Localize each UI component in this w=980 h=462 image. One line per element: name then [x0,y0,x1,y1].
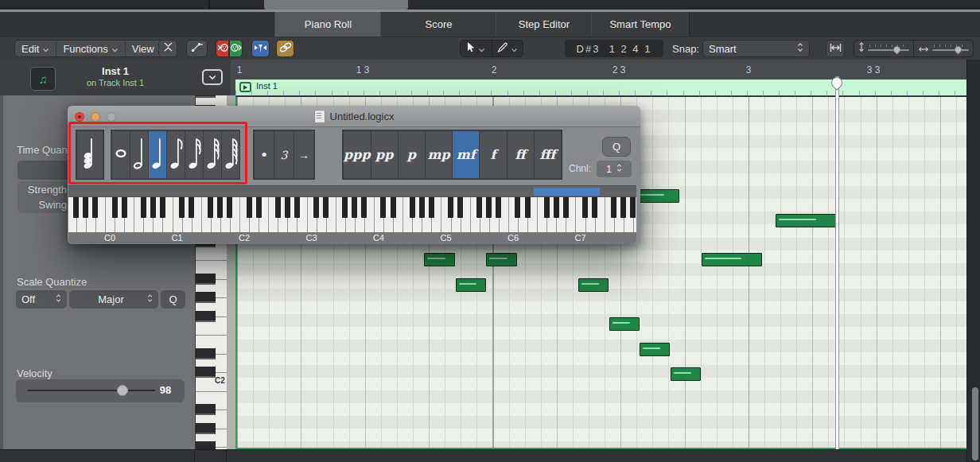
horizontal-scrollbar[interactable] [0,449,980,462]
black-key[interactable] [496,197,501,218]
tab-smart-tempo[interactable]: Smart Tempo [591,12,690,37]
midi-note[interactable] [776,214,837,227]
scale-root-select[interactable]: Off [16,290,67,309]
dynamic-p-button[interactable]: p [399,131,425,178]
zoom-button[interactable] [107,112,116,122]
black-key[interactable] [391,197,396,218]
horizontal-zoom-slider[interactable] [914,41,973,56]
black-key[interactable] [476,197,482,218]
midi-note[interactable] [640,343,670,356]
black-key[interactable] [313,197,319,218]
black-key[interactable] [448,197,453,218]
menu-functions[interactable]: Functions [56,41,125,56]
black-key[interactable] [150,197,156,218]
auto-fit-width-button[interactable] [826,40,845,57]
tab-piano-roll[interactable]: Piano Roll [274,12,382,37]
vertical-zoom-slider[interactable] [854,41,914,56]
black-key[interactable] [217,197,223,218]
triplet-button[interactable]: 3 [274,131,294,178]
black-key[interactable] [630,197,636,218]
black-key[interactable] [294,197,300,218]
link-button[interactable] [276,40,294,57]
vertical-scrollbar-thumb[interactable] [972,387,978,460]
black-key[interactable] [361,197,367,218]
black-key[interactable] [323,197,329,218]
black-key[interactable] [342,197,348,218]
black-key[interactable] [611,197,616,218]
black-key[interactable] [112,197,118,218]
dynamic-ppp-button[interactable]: ppp [344,131,371,178]
black-key[interactable] [380,197,386,218]
midi-note[interactable] [578,278,609,292]
piano-keyboard-horizontal[interactable] [68,197,636,232]
scale-quantize-apply-button[interactable]: Q [161,290,185,309]
black-key[interactable] [429,197,434,218]
black-key[interactable] [582,197,588,218]
black-key[interactable] [410,197,415,218]
velocity-slider[interactable]: 98 [16,379,185,402]
pointer-tool-button[interactable] [461,41,492,56]
black-key[interactable] [620,197,626,218]
black-key[interactable] [554,197,559,218]
black-key[interactable] [196,423,216,434]
menu-edit[interactable]: Edit [15,41,56,56]
midi-in-button[interactable] [216,40,229,57]
close-button[interactable] [75,112,84,122]
collapse-mode-button[interactable] [158,40,177,57]
black-key[interactable] [352,197,357,218]
black-key[interactable] [141,197,146,218]
black-key[interactable] [160,197,165,218]
black-key[interactable] [196,367,216,378]
black-key[interactable] [227,197,232,218]
black-key[interactable] [196,311,216,322]
black-key[interactable] [247,197,252,218]
black-key[interactable] [122,197,127,218]
midi-note[interactable] [702,253,762,266]
black-key[interactable] [196,348,216,359]
black-key[interactable] [275,197,281,218]
vertical-zoom-track[interactable] [868,45,909,52]
black-key[interactable] [544,197,550,218]
black-key[interactable] [419,197,425,218]
black-key[interactable] [285,197,290,218]
minimize-button[interactable] [91,112,100,122]
midi-note[interactable] [609,317,640,331]
dynamic-f-button[interactable]: f [480,131,506,178]
velocity-thumb[interactable] [117,385,128,396]
black-key[interactable] [196,274,216,285]
black-key[interactable] [73,197,79,218]
black-key[interactable] [196,292,216,303]
playhead-line[interactable] [836,77,838,449]
vertical-scrollbar[interactable] [966,60,980,462]
link-mode-button[interactable] [202,69,223,85]
black-key[interactable] [515,197,520,218]
black-key[interactable] [83,197,88,218]
velocity-track[interactable] [27,390,155,391]
quantize-button[interactable]: Q [602,137,631,157]
midi-out-button[interactable] [229,40,243,57]
scale-mode-select[interactable]: Major [69,290,158,309]
black-key[interactable] [563,197,569,218]
sustain-tie-button[interactable]: → [294,131,313,178]
black-key[interactable] [256,197,262,218]
channel-stepper[interactable]: 1 [597,161,632,177]
black-key[interactable] [592,197,597,218]
black-key[interactable] [486,197,492,218]
midi-draw-button[interactable] [186,40,208,57]
midi-note[interactable] [456,278,486,292]
black-key[interactable] [179,197,185,218]
midi-note[interactable] [486,253,517,266]
black-key[interactable] [525,197,531,218]
black-key[interactable] [189,197,194,218]
dynamic-mf-button[interactable]: mf [453,131,479,178]
tab-step-editor[interactable]: Step Editor [496,12,593,37]
pencil-tool-button[interactable] [492,41,523,56]
dynamic-ff-button[interactable]: ff [508,131,534,178]
midi-note[interactable] [424,253,455,266]
region-play-button[interactable] [239,82,251,92]
black-key[interactable] [196,95,216,98]
catch-playhead-button[interactable] [251,40,270,57]
black-key[interactable] [457,197,463,218]
midi-note[interactable] [671,367,701,381]
black-key[interactable] [196,404,216,415]
